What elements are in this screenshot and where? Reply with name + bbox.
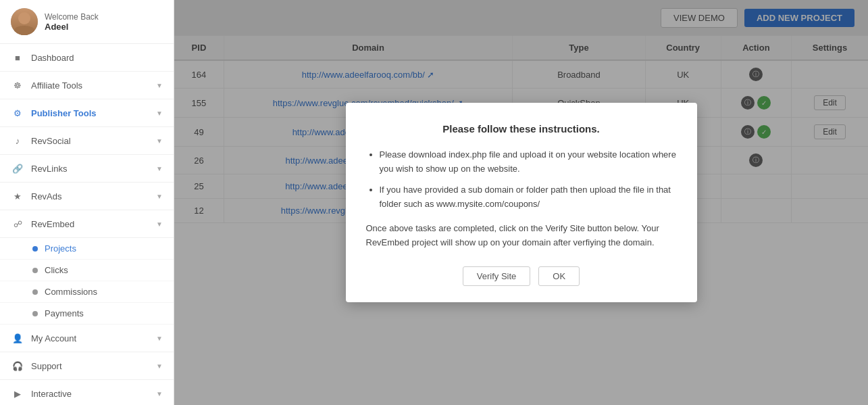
publisher-icon: ⚙: [11, 106, 24, 120]
sidebar-item-label: RevAds: [31, 191, 156, 201]
instructions-modal: Please follow these instructions. Please…: [346, 103, 697, 302]
greeting-label: Welcome Back: [45, 12, 99, 22]
sub-item-label: Payments: [45, 308, 84, 318]
modal-bullet-2: If you have provided a sub domain or fol…: [380, 183, 677, 212]
revlinks-icon: 🔗: [11, 162, 24, 175]
modal-paragraph: Once above tasks are completed, click on…: [366, 222, 677, 250]
sidebar-header: Welcome Back Adeel: [0, 0, 174, 44]
ok-button[interactable]: OK: [538, 266, 580, 286]
revsocial-icon: ♪: [11, 134, 24, 147]
chevron-down-icon: ▼: [156, 193, 163, 200]
sidebar-item-dashboard[interactable]: ■ Dashboard: [0, 44, 174, 72]
account-icon: 👤: [11, 331, 24, 345]
revembed-icon: ☍: [11, 217, 24, 231]
affiliate-icon: ☸: [11, 78, 24, 92]
chevron-down-icon: ▼: [156, 335, 163, 342]
welcome-text: Welcome Back Adeel: [45, 12, 99, 32]
modal-bullet-1: Please download index.php file and uploa…: [380, 148, 677, 176]
support-icon: 🎧: [11, 359, 24, 373]
sidebar-item-affiliate-tools[interactable]: ☸ Affiliate Tools ▼: [0, 72, 174, 99]
sidebar-item-interactive[interactable]: ▶ Interactive ▼: [0, 380, 174, 405]
sidebar-item-label: Affiliate Tools: [31, 80, 156, 91]
sidebar-item-revlinks[interactable]: 🔗 RevLinks ▼: [0, 155, 174, 183]
sidebar-item-label: Support: [31, 361, 156, 371]
interactive-icon: ▶: [11, 387, 24, 400]
chevron-down-icon: ▼: [156, 110, 163, 117]
chevron-down-icon: ▼: [156, 165, 163, 172]
modal-body: Please download index.php file and uploa…: [366, 148, 677, 250]
sidebar-item-label: RevEmbed: [31, 219, 156, 229]
bullet-icon: [32, 289, 38, 295]
sidebar-item-revads[interactable]: ★ RevAds ▼: [0, 183, 174, 210]
username-label: Adeel: [45, 22, 99, 32]
sidebar-item-support[interactable]: 🎧 Support ▼: [0, 352, 174, 380]
sidebar-item-label: Dashboard: [31, 53, 163, 63]
sidebar-item-revembed[interactable]: ☍ RevEmbed ▼: [0, 210, 174, 238]
modal-overlay: Please follow these instructions. Please…: [174, 0, 868, 405]
avatar: [11, 8, 38, 35]
chevron-down-icon: ▼: [156, 390, 163, 398]
bullet-icon: [32, 268, 38, 273]
sidebar-item-label: Publisher Tools: [31, 108, 156, 118]
sidebar-item-label: RevLinks: [31, 164, 156, 174]
sidebar-item-label: RevSocial: [31, 136, 156, 146]
sidebar-nav: ■ Dashboard ☸ Affiliate Tools ▼ ⚙ Publis…: [0, 44, 174, 405]
sub-item-label: Projects: [45, 243, 76, 254]
sidebar-item-label: Interactive: [31, 389, 156, 399]
sidebar-item-revsocial[interactable]: ♪ RevSocial ▼: [0, 127, 174, 155]
sidebar-item-label: My Account: [31, 333, 156, 343]
sidebar-item-clicks[interactable]: Clicks: [0, 260, 174, 281]
modal-title: Please follow these instructions.: [366, 123, 677, 135]
chevron-down-icon: ▼: [156, 137, 163, 145]
chevron-down-icon: ▼: [156, 220, 163, 228]
sub-item-label: Clicks: [45, 265, 68, 275]
sidebar-item-commissions[interactable]: Commissions: [0, 281, 174, 303]
dashboard-icon: ■: [11, 51, 24, 64]
sidebar: Welcome Back Adeel ■ Dashboard ☸ Affilia…: [0, 0, 174, 405]
modal-footer: Verify Site OK: [366, 266, 677, 286]
bullet-icon: [32, 246, 38, 252]
main-content: VIEW DEMO ADD NEW PROJECT PID Domain Typ…: [174, 0, 868, 405]
sub-item-label: Commissions: [45, 287, 97, 297]
sidebar-item-publisher-tools[interactable]: ⚙ Publisher Tools ▼: [0, 99, 174, 127]
sidebar-item-my-account[interactable]: 👤 My Account ▼: [0, 325, 174, 352]
sidebar-item-projects[interactable]: Projects: [0, 238, 174, 260]
chevron-down-icon: ▼: [156, 82, 163, 89]
chevron-down-icon: ▼: [156, 362, 163, 370]
verify-site-button[interactable]: Verify Site: [463, 266, 531, 286]
bullet-icon: [32, 311, 38, 316]
sidebar-item-payments[interactable]: Payments: [0, 303, 174, 325]
revads-icon: ★: [11, 189, 24, 203]
